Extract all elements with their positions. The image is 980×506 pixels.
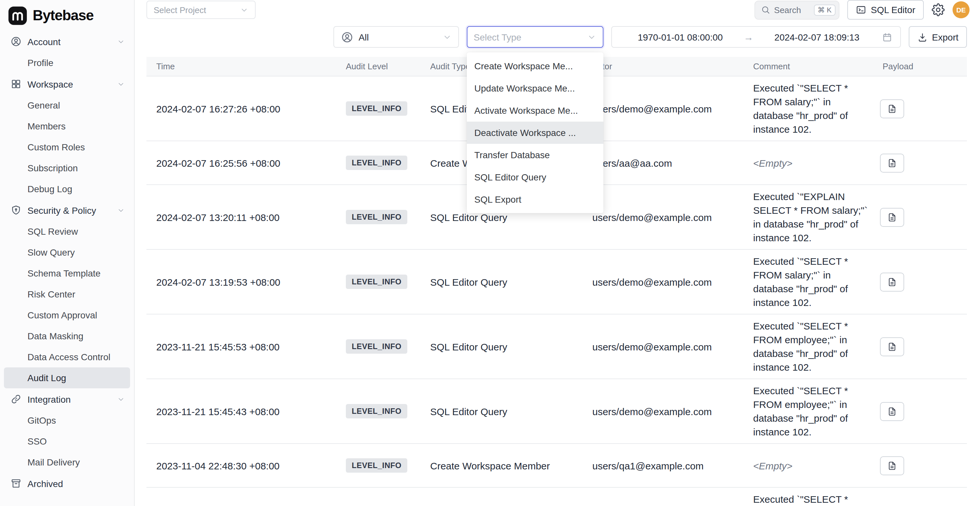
- export-label: Export: [932, 32, 958, 42]
- user-circle-icon: [10, 36, 22, 47]
- sidebar-item-subscription[interactable]: Subscription: [4, 158, 130, 178]
- sidebar: Bytebase AccountProfileWorkspaceGeneralM…: [0, 0, 135, 506]
- brand-name: Bytebase: [33, 7, 94, 24]
- sidebar-item-audit-log[interactable]: Audit Log: [4, 368, 130, 388]
- payload-button[interactable]: [880, 208, 904, 226]
- shield-icon: [10, 205, 22, 216]
- level-badge: LEVEL_INFO: [346, 210, 407, 224]
- sidebar-item-profile[interactable]: Profile: [4, 52, 130, 73]
- comment-cell: Executed `"SELECT * FROM salary;"` in da…: [753, 81, 880, 136]
- sidebar-item-mail-delivery[interactable]: Mail Delivery: [4, 452, 130, 473]
- payload-cell: [880, 272, 967, 291]
- dropdown-item-transfer-database[interactable]: Transfer Database: [466, 144, 603, 166]
- sidebar-section-security-policy[interactable]: Security & Policy: [4, 199, 130, 221]
- level-badge: LEVEL_INFO: [346, 101, 407, 116]
- audit-level-cell: LEVEL_INFO: [346, 339, 430, 354]
- audit-level-cell: LEVEL_INFO: [346, 156, 430, 170]
- sql-editor-button[interactable]: SQL Editor: [847, 0, 924, 20]
- sql-editor-label: SQL Editor: [871, 5, 915, 15]
- file-text-icon: [887, 461, 897, 470]
- sidebar-item-general[interactable]: General: [4, 95, 130, 116]
- sidebar-item-custom-approval[interactable]: Custom Approval: [4, 305, 130, 326]
- sidebar-section-integration[interactable]: Integration: [4, 388, 130, 410]
- comment-cell: Executed `"SELECT * FROM employee;"` in …: [753, 319, 880, 374]
- sidebar-item-members[interactable]: Members: [4, 116, 130, 137]
- file-text-icon: [887, 103, 897, 113]
- download-icon: [917, 32, 928, 42]
- payload-button[interactable]: [880, 456, 904, 475]
- gear-icon[interactable]: [932, 3, 945, 16]
- dropdown-item-sql-editor-query[interactable]: SQL Editor Query: [466, 166, 603, 188]
- sidebar-item-slow-query[interactable]: Slow Query: [4, 242, 130, 263]
- comment-cell: <Empty>: [753, 458, 880, 473]
- audit-type-cell: SQL Editor Query: [430, 341, 592, 352]
- user-filter-select[interactable]: All: [333, 26, 459, 48]
- comment-cell: Executed `"SELECT * FROM department;"` i…: [753, 492, 880, 506]
- level-badge: LEVEL_INFO: [346, 458, 407, 473]
- time-cell: 2024-02-07 16:27:26 +08:00: [146, 103, 346, 114]
- export-button[interactable]: Export: [908, 26, 967, 48]
- payload-button[interactable]: [880, 402, 904, 421]
- grid-icon: [10, 78, 22, 89]
- payload-cell: [880, 153, 967, 172]
- avatar[interactable]: DE: [953, 1, 970, 18]
- file-text-icon: [887, 158, 897, 168]
- sidebar-section-archived[interactable]: Archived: [4, 473, 130, 494]
- main-content: Select Project Search ⌘ K SQL Editor DE: [135, 0, 980, 506]
- payload-button[interactable]: [880, 153, 904, 172]
- sidebar-section-workspace[interactable]: Workspace: [4, 73, 130, 95]
- dropdown-item-create-workspace-me[interactable]: Create Workspace Me...: [466, 55, 603, 77]
- payload-cell: [880, 208, 967, 226]
- payload-button[interactable]: [880, 99, 904, 118]
- search-shortcut: ⌘ K: [814, 4, 835, 15]
- table-row: 2023-11-04 22:48:30 +08:00LEVEL_INFOCrea…: [146, 444, 967, 488]
- sidebar-item-sso[interactable]: SSO: [4, 431, 130, 452]
- actor-cell: users/demo@example.com: [592, 103, 753, 114]
- dropdown-item-sql-export[interactable]: SQL Export: [466, 188, 603, 210]
- payload-button[interactable]: [880, 337, 904, 356]
- user-avatar-icon: [340, 30, 353, 43]
- table-row: 2023-11-21 15:45:53 +08:00LEVEL_INFOSQL …: [146, 315, 967, 379]
- sidebar-section-account[interactable]: Account: [4, 31, 130, 52]
- audit-type-cell: Create Workspace Member: [430, 460, 592, 471]
- chevron-down-icon: [442, 32, 452, 41]
- sidebar-item-risk-center[interactable]: Risk Center: [4, 284, 130, 305]
- sidebar-section-label: Archived: [27, 478, 63, 488]
- column-header-time: Time: [146, 62, 346, 71]
- dropdown-item-activate-workspace-me[interactable]: Activate Workspace Me...: [466, 99, 603, 122]
- level-badge: LEVEL_INFO: [346, 339, 407, 354]
- sidebar-item-custom-roles[interactable]: Custom Roles: [4, 137, 130, 158]
- audit-level-cell: LEVEL_INFO: [346, 458, 430, 473]
- calendar-icon: [881, 32, 892, 42]
- column-header-payload: Payload: [880, 62, 967, 71]
- time-cell: 2024-02-07 16:25:56 +08:00: [146, 157, 346, 168]
- brand[interactable]: Bytebase: [0, 0, 134, 29]
- file-text-icon: [887, 342, 897, 352]
- dropdown-item-deactivate-workspace[interactable]: Deactivate Workspace ...: [466, 122, 603, 144]
- file-text-icon: [887, 277, 897, 286]
- chevron-down-icon: [587, 32, 596, 41]
- sidebar-item-sql-review[interactable]: SQL Review: [4, 221, 130, 242]
- sidebar-item-debug-log[interactable]: Debug Log: [4, 178, 130, 199]
- payload-button[interactable]: [880, 272, 904, 291]
- column-header-actor: Actor: [592, 62, 753, 71]
- dropdown-item-update-workspace-me[interactable]: Update Workspace Me...: [466, 77, 603, 99]
- actor-cell: users/aa@aa.com: [592, 157, 753, 168]
- project-select[interactable]: Select Project: [146, 1, 256, 19]
- date-range-picker[interactable]: 1970-01-01 08:00:00 → 2024-02-07 18:09:1…: [611, 26, 900, 48]
- sidebar-item-schema-template[interactable]: Schema Template: [4, 263, 130, 284]
- sidebar-item-data-masking[interactable]: Data Masking: [4, 326, 130, 347]
- sidebar-item-gitops[interactable]: GitOps: [4, 410, 130, 431]
- sidebar-item-data-access-control[interactable]: Data Access Control: [4, 347, 130, 368]
- payload-cell: [880, 337, 967, 356]
- arrow-right-icon: →: [741, 31, 756, 43]
- column-header-audit-level: Audit Level: [346, 62, 430, 71]
- type-dropdown-menu: Create Workspace Me...Update Workspace M…: [466, 52, 603, 213]
- chevron-down-icon: [240, 6, 248, 14]
- table-row: 2024-02-07 13:19:53 +08:00LEVEL_INFOSQL …: [146, 250, 967, 315]
- actor-cell: users/demo@example.com: [592, 212, 753, 223]
- search-input[interactable]: Search ⌘ K: [754, 0, 840, 19]
- date-from: 1970-01-01 08:00:00: [619, 32, 741, 42]
- type-filter-select[interactable]: Select Type: [466, 26, 603, 48]
- page: Bytebase AccountProfileWorkspaceGeneralM…: [0, 0, 980, 506]
